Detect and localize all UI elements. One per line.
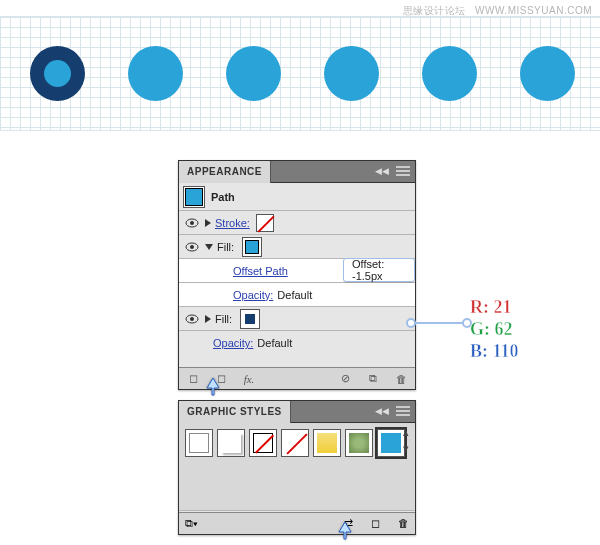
visibility-toggle-icon[interactable] [183, 238, 201, 256]
rgb-b-label: B: [470, 341, 488, 361]
shape-dot[interactable] [520, 46, 575, 101]
shape-dot[interactable] [324, 46, 379, 101]
visibility-toggle-icon[interactable] [183, 310, 201, 328]
rgb-g-label: G: [470, 319, 490, 339]
shape-dot[interactable] [128, 46, 183, 101]
rgb-b-value: 110 [493, 341, 519, 361]
fill-label: Fill: [217, 241, 234, 253]
offset-path-label[interactable]: Offset Path [233, 265, 288, 277]
opacity-label[interactable]: Opacity: [213, 337, 253, 349]
scroll-up-icon[interactable]: ▴ [399, 425, 413, 439]
path-swatch-icon [183, 186, 205, 208]
cursor-icon [206, 378, 220, 396]
cursor-icon [338, 522, 352, 540]
visibility-toggle-icon[interactable] [183, 214, 201, 232]
appearance-panel: APPEARANCE ◀◀ Path Stroke: Fill: Offset … [178, 160, 416, 390]
shape-dot-selected[interactable] [30, 46, 85, 101]
fill-swatch-cyan-icon[interactable] [242, 237, 262, 257]
expand-icon[interactable] [205, 315, 211, 323]
duplicate-icon[interactable]: ⧉ [365, 371, 381, 387]
canvas-area[interactable] [0, 16, 600, 131]
rgb-callout: R: 21 G: 62 B: 110 [470, 296, 519, 362]
watermark-url: WWW.MISSYUAN.COM [475, 5, 592, 16]
clear-icon[interactable]: ⊘ [337, 371, 353, 387]
style-swatch[interactable] [281, 429, 309, 457]
fill-label: Fill: [215, 313, 232, 325]
offset-tooltip: Offset: -1.5px [343, 258, 415, 282]
panel-collapse-icon[interactable]: ◀◀ [375, 406, 389, 416]
expand-icon[interactable] [205, 219, 211, 227]
new-art-icon[interactable]: ◻ [185, 371, 201, 387]
panel-menu-icon[interactable] [395, 404, 411, 418]
callout-connector [414, 322, 464, 324]
new-style-icon[interactable]: ◻ [371, 517, 380, 530]
shape-dot[interactable] [226, 46, 281, 101]
path-row[interactable]: Path [179, 183, 415, 211]
fill-swatch-navy-icon[interactable] [240, 309, 260, 329]
trash-icon[interactable]: 🗑 [393, 371, 409, 387]
rgb-r-label: R: [470, 297, 489, 317]
opacity-label[interactable]: Opacity: [233, 289, 273, 301]
graphic-styles-tab[interactable]: GRAPHIC STYLES [179, 401, 291, 423]
stroke-label[interactable]: Stroke: [215, 217, 250, 229]
watermark-cn: 思缘设计论坛 [403, 5, 466, 16]
offset-tooltip-text: Offset: -1.5px [352, 258, 406, 282]
path-label: Path [211, 191, 235, 203]
panel-tabbar: APPEARANCE ◀◀ [179, 161, 415, 183]
appearance-tab[interactable]: APPEARANCE [179, 161, 271, 183]
graphic-styles-body: ▴ ▾ [179, 423, 415, 511]
library-menu-icon[interactable]: ⧉▾ [185, 517, 198, 530]
stroke-row[interactable]: Stroke: [179, 211, 415, 235]
stroke-none-swatch-icon[interactable] [256, 214, 274, 232]
svg-point-5 [190, 317, 194, 321]
rgb-r-value: 21 [494, 297, 512, 317]
opacity-row-2[interactable]: Opacity: Default [179, 331, 415, 355]
svg-point-1 [190, 221, 194, 225]
fill-row-2[interactable]: Fill: [179, 307, 415, 331]
style-swatch[interactable] [313, 429, 341, 457]
panel-tabbar: GRAPHIC STYLES ◀◀ [179, 401, 415, 423]
style-swatch[interactable] [217, 429, 245, 457]
panel-menu-icon[interactable] [395, 164, 411, 178]
opacity-value: Default [257, 337, 292, 349]
collapse-icon[interactable] [205, 244, 213, 250]
rgb-g-value: 62 [495, 319, 513, 339]
graphic-styles-panel: GRAPHIC STYLES ◀◀ ▴ ▾ ⧉▾ ⇄ ◻ 🗑 [178, 400, 416, 535]
fill-row-1[interactable]: Fill: [179, 235, 415, 259]
fx-button[interactable]: fx. [241, 371, 257, 387]
graphic-styles-footer: ⧉▾ ⇄ ◻ 🗑 [179, 512, 415, 534]
svg-point-3 [190, 245, 194, 249]
panel-collapse-icon[interactable]: ◀◀ [375, 166, 389, 176]
style-swatch[interactable] [185, 429, 213, 457]
scroll-down-icon[interactable]: ▾ [399, 441, 413, 455]
style-swatch[interactable] [249, 429, 277, 457]
opacity-value: Default [277, 289, 312, 301]
offset-path-row[interactable]: Offset Path Offset: -1.5px [179, 259, 415, 283]
style-swatch[interactable] [345, 429, 373, 457]
trash-icon[interactable]: 🗑 [398, 517, 409, 530]
shape-dot[interactable] [422, 46, 477, 101]
opacity-row-1[interactable]: Opacity: Default [179, 283, 415, 307]
